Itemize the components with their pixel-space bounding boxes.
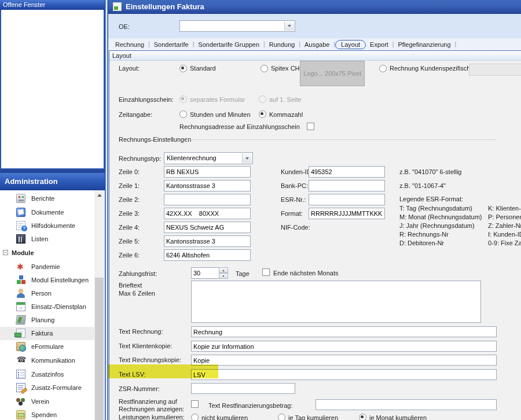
sidebar-item-berichte[interactable]: Berichte (0, 192, 94, 205)
radio-standard-label: Standard (190, 65, 216, 72)
combobox-dropdown-button[interactable] (284, 21, 294, 31)
scrollbar-thumb[interactable] (95, 278, 104, 420)
stepper-down-icon[interactable]: ▼ (219, 273, 228, 279)
format-field[interactable] (309, 208, 385, 219)
sidebar-item-zusatz-formulare[interactable]: Zusatz-Formulare (0, 381, 94, 395)
legend-debitoren-nr: D: Debitoren-Nr (399, 240, 444, 247)
sidebar-item-zusatzinfos[interactable]: Zusatzinfos (0, 368, 94, 381)
sidebar-item-faktura-selected[interactable]: Faktura (0, 327, 94, 340)
logo-upload-button[interactable]: Logo... 200x75 Pixel (300, 61, 365, 86)
radio-kommazahl[interactable] (259, 110, 266, 118)
zeile5-field[interactable] (164, 235, 251, 247)
sidebar-item-hilfsdokumente[interactable]: Hilfsdokumente (0, 219, 94, 233)
legend-personen-nr: P: Personen- (488, 213, 521, 221)
zahlungsfrist-stepper[interactable] (191, 267, 219, 279)
rechnungs-einstellungen-label: Rechnungs-Einstellungen (119, 136, 191, 143)
sidebar-item-spenden[interactable]: Spenden (0, 408, 94, 420)
combobox-dropdown-button[interactable] (242, 153, 252, 163)
brieftext-textarea[interactable] (191, 281, 481, 323)
sidebar-item-planung[interactable]: Planung (0, 314, 94, 327)
sidebar-item-pandemie[interactable]: Pandemie (0, 260, 94, 274)
tab-rundung[interactable]: Rundung (265, 40, 299, 49)
text-klientenkopie-label: Text Klientenkopie: (119, 342, 172, 350)
zeile1-field[interactable] (164, 180, 251, 191)
tab-layout-selected[interactable]: Layout (335, 40, 366, 49)
rechnungsadresse-checkbox[interactable] (307, 123, 314, 130)
radio-spitex-ch[interactable] (260, 65, 268, 72)
tab-sondertarife[interactable]: Sondertarife (150, 40, 193, 49)
sidebar-item-label: Person (31, 290, 52, 297)
sidebar-node-module[interactable]: − Module (0, 246, 94, 260)
zeile6-field[interactable] (164, 249, 251, 261)
tab-export[interactable]: Export (366, 40, 392, 49)
lists-icon (16, 234, 25, 244)
sidebar-item-einsatz-dienstplan[interactable]: Einsatz-/Dienstplan (0, 300, 94, 314)
bank-pc-field[interactable] (309, 180, 385, 191)
radio-je-monat-kumulieren-label: je Monat kumulieren (369, 414, 427, 420)
sidebar-item-label: Verein (31, 398, 49, 405)
stepper-up-icon[interactable]: ▲ (219, 267, 228, 273)
radio-nicht-kumulieren[interactable] (191, 414, 199, 420)
esr-nr-field[interactable] (309, 194, 385, 205)
leistungen-kumulieren-label: Leistungen kumulieren: (119, 414, 185, 420)
legend-klienten-nr: K: Klienten-N (488, 205, 521, 212)
sidebar-item-person[interactable]: Person (0, 287, 94, 300)
radio-je-tag-kumulieren[interactable] (278, 414, 285, 420)
rechnungsadresse-label: Rechnungsadresse auf Einzahlungsschein (179, 123, 300, 131)
tage-label: Tage (236, 270, 250, 278)
sidebar-item-label: Kommunikation (31, 357, 75, 364)
kundenspezifisch-file-field[interactable] (469, 64, 521, 76)
oe-combobox[interactable] (179, 20, 295, 32)
invoice-icon (16, 329, 25, 338)
administration-header: Administration (0, 173, 105, 190)
tab-sondertarife-gruppen[interactable]: Sondertarife Gruppen (194, 40, 263, 49)
legend-tag: T: Tag (Rechnungsdatum) (399, 205, 472, 212)
sidebar-item-listen[interactable]: Listen (0, 233, 94, 246)
zeile0-field[interactable] (164, 166, 251, 178)
restfinanzierungsbetrag-field[interactable] (315, 399, 497, 410)
tabstrip: Rechnung| Sondertarife| Sondertarife Gru… (108, 38, 521, 50)
scroll-up-icon[interactable] (94, 190, 104, 200)
tab-ausgabe[interactable]: Ausgabe (300, 40, 333, 49)
sidebar-item-kommunikation[interactable]: Kommunikation (0, 354, 94, 367)
sidebar-item-eformulare[interactable]: eFormulare (0, 340, 94, 353)
sidebar-item-dokumente[interactable]: Dokumente (0, 206, 94, 219)
text-rechnung-field[interactable] (191, 326, 497, 337)
legend-jahr: J: Jahr (Rechnungsdatum) (399, 222, 475, 230)
ende-naechsten-monats-checkbox[interactable] (262, 268, 270, 276)
sidebar-item-label: Pandemie (31, 263, 60, 270)
documents-folder-icon (16, 208, 25, 217)
radio-je-monat-kumulieren[interactable] (359, 414, 366, 420)
zeile3-field[interactable] (164, 208, 251, 219)
sidebar-scrollbar[interactable] (94, 190, 104, 420)
rechnungstyp-label: Rechnungstyp: (119, 155, 161, 163)
tab-pflegefinanzierung[interactable]: Pflegefinanzierung (394, 40, 454, 49)
restfinanzierung-checkbox[interactable] (191, 400, 199, 408)
radio-auf-erste-seite[interactable] (259, 95, 266, 103)
tab-rechnung[interactable]: Rechnung (111, 40, 148, 49)
page-title: Einstellungen Faktura (126, 2, 204, 11)
radio-rechnung-kundenspezifisch[interactable] (379, 65, 387, 72)
radio-standard[interactable] (179, 65, 187, 72)
rechnungstyp-combobox[interactable]: Klientenrechnung (164, 152, 253, 164)
esr-nr-label: ESR-Nr.: (281, 196, 306, 204)
zeile3-label: Zeile 3: (119, 210, 140, 218)
radio-stunden-minuten-label: Stunden und Minuten (190, 111, 251, 119)
brieftext-label: Brieftext (119, 282, 142, 289)
collapse-expander-icon[interactable]: − (3, 250, 8, 255)
planning-icon (16, 315, 26, 325)
radio-separates-formular[interactable] (179, 95, 187, 103)
sidebar-item-modul-einstellungen[interactable]: Modul Einstellungen (0, 274, 94, 287)
text-lsv-field[interactable] (191, 369, 497, 380)
tab-separator: | (455, 41, 457, 47)
form-document-icon (113, 2, 122, 11)
text-rechnungskopie-field[interactable] (191, 355, 497, 366)
text-klientenkopie-field[interactable] (191, 341, 497, 352)
zeile4-field[interactable] (164, 222, 251, 233)
zeile2-field[interactable] (164, 194, 251, 205)
legend-kunden-id: I: Kunden-ID (488, 231, 521, 238)
kunden-id-field[interactable] (309, 166, 385, 178)
radio-stunden-minuten[interactable] (179, 110, 187, 118)
sidebar-item-verein[interactable]: Verein (0, 395, 94, 408)
zsr-nummer-field[interactable] (191, 383, 295, 394)
